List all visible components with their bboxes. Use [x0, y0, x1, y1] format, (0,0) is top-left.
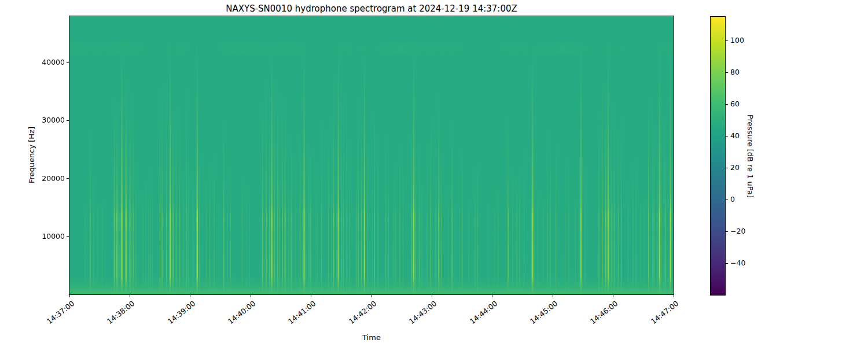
- x-tick-mark: [311, 295, 311, 297]
- colorbar-tick-label: 40: [730, 131, 740, 141]
- x-tick-mark: [251, 295, 251, 297]
- colorbar-tick-label: 100: [730, 36, 744, 45]
- y-tick-mark: [67, 236, 69, 237]
- y-tick-label: 10000: [42, 232, 65, 241]
- colorbar-tick-label: 20: [730, 163, 740, 172]
- x-tick-label: 14:37:00: [45, 299, 76, 326]
- x-tick-mark: [432, 295, 432, 297]
- y-axis-label: Frequency [Hz]: [27, 127, 36, 183]
- colorbar-tick-mark: [726, 168, 728, 168]
- x-tick-label: 14:38:00: [105, 299, 136, 326]
- chart-title: NAXYS-SN0010 hydrophone spectrogram at 2…: [69, 3, 674, 14]
- colorbar-tick-mark: [726, 72, 728, 73]
- x-tick-label: 14:43:00: [407, 299, 438, 326]
- y-tick-mark: [67, 62, 69, 63]
- x-tick-label: 14:44:00: [468, 299, 499, 326]
- y-tick-mark: [67, 178, 69, 179]
- colorbar-tick-label: 0: [730, 195, 735, 204]
- colorbar-tick-mark: [726, 104, 728, 105]
- colorbar-tick-label: −20: [730, 227, 745, 236]
- x-tick-label: 14:40:00: [226, 299, 257, 326]
- colorbar-tick-label: 80: [730, 68, 740, 77]
- colorbar-tick-mark: [726, 263, 728, 264]
- y-tick-mark: [67, 120, 69, 121]
- x-tick-label: 14:39:00: [166, 299, 197, 326]
- x-tick-mark: [674, 295, 674, 297]
- x-tick-label: 14:46:00: [589, 299, 619, 326]
- colorbar-label: Pressure [dB re 1 uPa]: [746, 115, 755, 198]
- colorbar-gradient: [710, 16, 726, 296]
- x-tick-mark: [492, 295, 492, 297]
- x-tick-label: 14:42:00: [347, 299, 378, 326]
- x-tick-mark: [130, 295, 130, 297]
- colorbar-tick-mark: [726, 40, 728, 41]
- colorbar-tick-mark: [726, 231, 728, 232]
- colorbar-tick-mark: [726, 200, 728, 200]
- y-tick-label: 20000: [42, 174, 65, 183]
- x-axis-label: Time: [69, 333, 674, 342]
- colorbar-tick-label: 60: [730, 99, 740, 109]
- y-tick-label: 40000: [42, 58, 65, 67]
- x-tick-mark: [190, 295, 190, 297]
- x-tick-label: 14:45:00: [528, 299, 559, 326]
- colorbar-tick-mark: [726, 136, 728, 136]
- x-tick-mark: [553, 295, 553, 297]
- x-tick-mark: [372, 295, 372, 297]
- x-tick-label: 14:47:00: [649, 299, 680, 326]
- y-tick-label: 30000: [42, 116, 65, 125]
- spectrogram-canvas: [69, 16, 674, 294]
- x-tick-mark: [69, 295, 70, 297]
- x-tick-label: 14:41:00: [286, 299, 317, 326]
- colorbar-tick-label: −40: [730, 259, 745, 268]
- spectrogram-figure: NAXYS-SN0010 hydrophone spectrogram at 2…: [0, 0, 868, 347]
- x-tick-mark: [613, 295, 613, 297]
